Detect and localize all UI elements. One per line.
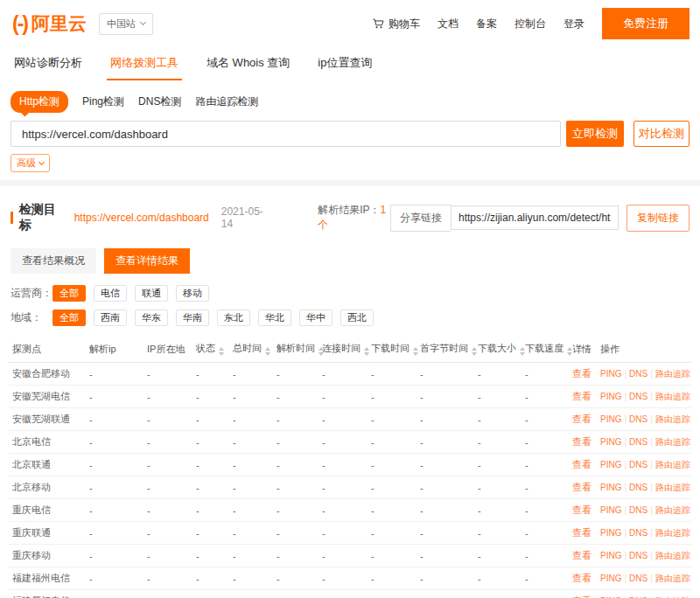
nav-tab-0[interactable]: 网站诊断分析 xyxy=(10,48,86,80)
region-selector[interactable]: 中国站 xyxy=(99,13,153,35)
filter-1-option-0[interactable]: 全部 xyxy=(52,309,86,326)
detail-link[interactable]: 查看 xyxy=(572,504,592,515)
filter-1-option-4[interactable]: 东北 xyxy=(217,309,250,326)
empty-cell: - xyxy=(474,499,522,522)
column-header-6[interactable]: 连接时间 xyxy=(318,336,368,363)
action-link-ping[interactable]: PING xyxy=(600,414,621,424)
action-link-ping[interactable]: PING xyxy=(600,505,621,515)
empty-cell: - xyxy=(273,545,318,567)
table-head: 探测点解析ipIP所在地状态总时间解析时间连接时间下载时间首字节时间下载大小下载… xyxy=(9,336,691,363)
sub-tab-1[interactable]: Ping检测 xyxy=(82,94,124,109)
nav-tab-3[interactable]: ip位置查询 xyxy=(314,48,375,80)
action-link-dns[interactable]: DNS xyxy=(629,483,648,492)
header-link-1[interactable]: 文档 xyxy=(438,17,458,31)
filter-0-option-2[interactable]: 联通 xyxy=(135,285,168,302)
action-link-路由追踪[interactable]: 路由追踪 xyxy=(655,460,690,469)
main-nav: 网站诊断分析网络拨测工具域名 Whois 查询ip位置查询 xyxy=(0,43,700,80)
action-link-路由追踪[interactable]: 路由追踪 xyxy=(655,551,690,560)
advanced-toggle[interactable]: 高级 xyxy=(10,154,50,172)
empty-cell: - xyxy=(416,454,474,476)
action-link-ping[interactable]: PING xyxy=(600,460,621,469)
action-link-路由追踪[interactable]: 路由追踪 xyxy=(655,528,690,538)
action-link-ping[interactable]: PING xyxy=(600,437,621,447)
column-header-5[interactable]: 解析时间 xyxy=(273,336,318,363)
aliyun-logo[interactable]: (-) 阿里云 xyxy=(12,11,87,36)
share-link-input[interactable] xyxy=(451,205,619,230)
column-header-4[interactable]: 总时间 xyxy=(229,336,273,363)
action-link-ping[interactable]: PING xyxy=(600,483,621,492)
action-link-ping[interactable]: PING xyxy=(600,369,621,379)
action-link-路由追踪[interactable]: 路由追踪 xyxy=(655,505,690,515)
detail-link[interactable]: 查看 xyxy=(572,459,592,469)
filter-0-option-0[interactable]: 全部 xyxy=(52,285,86,302)
header-link-3[interactable]: 控制台 xyxy=(514,17,546,31)
column-header-7[interactable]: 下载时间 xyxy=(368,336,416,363)
sort-up-caret xyxy=(413,347,418,351)
action-link-dns[interactable]: DNS xyxy=(629,505,648,515)
compare-button[interactable]: 对比检测 xyxy=(634,121,690,147)
url-input[interactable] xyxy=(10,121,561,147)
filter-1-option-3[interactable]: 华南 xyxy=(176,309,209,326)
sub-tab-0[interactable]: Http检测 xyxy=(10,91,68,113)
view-tab-1[interactable]: 查看详情结果 xyxy=(104,248,190,274)
action-link-dns[interactable]: DNS xyxy=(629,460,648,469)
column-header-9[interactable]: 下载大小 xyxy=(474,336,522,363)
detail-link[interactable]: 查看 xyxy=(572,414,592,424)
column-header-8[interactable]: 首字节时间 xyxy=(416,336,474,363)
sub-tab-3[interactable]: 路由追踪检测 xyxy=(195,94,258,109)
column-header-3[interactable]: 状态 xyxy=(192,336,229,363)
empty-cell: - xyxy=(416,363,474,386)
copy-link-button[interactable]: 复制链接 xyxy=(626,205,690,232)
action-link-dns[interactable]: DNS xyxy=(629,369,648,379)
action-link-dns[interactable]: DNS xyxy=(629,392,648,401)
detail-link[interactable]: 查看 xyxy=(572,368,592,379)
detail-link[interactable]: 查看 xyxy=(572,573,592,583)
column-header-10[interactable]: 下载速度 xyxy=(522,336,569,363)
action-link-ping[interactable]: PING xyxy=(600,528,621,538)
filter-1-option-5[interactable]: 华北 xyxy=(258,309,291,326)
action-link-dns[interactable]: DNS xyxy=(629,574,648,583)
action-link-路由追踪[interactable]: 路由追踪 xyxy=(655,392,690,401)
action-separator: | xyxy=(650,414,653,424)
detail-link[interactable]: 查看 xyxy=(572,436,592,447)
detect-button[interactable]: 立即检测 xyxy=(566,121,624,147)
action-link-路由追踪[interactable]: 路由追踪 xyxy=(655,369,690,379)
column-header-label: 下载时间 xyxy=(371,343,410,353)
action-link-ping[interactable]: PING xyxy=(600,551,621,560)
action-link-dns[interactable]: DNS xyxy=(629,437,648,447)
empty-cell: - xyxy=(229,363,273,386)
filter-1-option-2[interactable]: 华东 xyxy=(135,309,168,326)
action-link-dns[interactable]: DNS xyxy=(629,528,648,538)
cart-link[interactable]: 购物车 xyxy=(372,17,420,31)
nav-tab-2[interactable]: 域名 Whois 查询 xyxy=(203,48,293,80)
detail-link[interactable]: 查看 xyxy=(572,391,592,401)
filter-0-option-1[interactable]: 电信 xyxy=(94,285,127,302)
action-link-dns[interactable]: DNS xyxy=(629,414,648,424)
nav-tab-1[interactable]: 网络拨测工具 xyxy=(107,48,182,80)
detail-link[interactable]: 查看 xyxy=(572,482,592,492)
target-url-link[interactable]: https://vercel.com/dashboard xyxy=(74,212,209,224)
action-link-路由追踪[interactable]: 路由追踪 xyxy=(655,414,690,424)
detail-link[interactable]: 查看 xyxy=(572,550,592,560)
filter-0-option-3[interactable]: 移动 xyxy=(176,285,209,302)
view-tab-0[interactable]: 查看结果概况 xyxy=(10,248,96,274)
action-link-ping[interactable]: PING xyxy=(600,574,621,583)
filter-1-option-6[interactable]: 华中 xyxy=(299,309,332,326)
empty-cell: - xyxy=(273,408,318,431)
action-link-dns[interactable]: DNS xyxy=(629,551,648,560)
action-link-路由追踪[interactable]: 路由追踪 xyxy=(655,483,690,492)
empty-cell: - xyxy=(522,567,569,590)
action-link-ping[interactable]: PING xyxy=(600,392,621,401)
action-link-路由追踪[interactable]: 路由追踪 xyxy=(655,437,690,447)
detail-link[interactable]: 查看 xyxy=(572,527,592,538)
register-button[interactable]: 免费注册 xyxy=(602,8,690,39)
filter-1-option-7[interactable]: 西北 xyxy=(340,309,374,326)
header-link-4[interactable]: 登录 xyxy=(564,17,584,31)
action-link-路由追踪[interactable]: 路由追踪 xyxy=(655,574,690,583)
header-link-2[interactable]: 备案 xyxy=(476,17,497,31)
empty-cell: - xyxy=(144,386,192,408)
filter-1-option-1[interactable]: 西南 xyxy=(94,309,127,326)
detail-cell: 查看 xyxy=(569,386,597,408)
column-header-label: IP所在地 xyxy=(147,344,185,354)
sub-tab-2[interactable]: DNS检测 xyxy=(138,94,181,109)
